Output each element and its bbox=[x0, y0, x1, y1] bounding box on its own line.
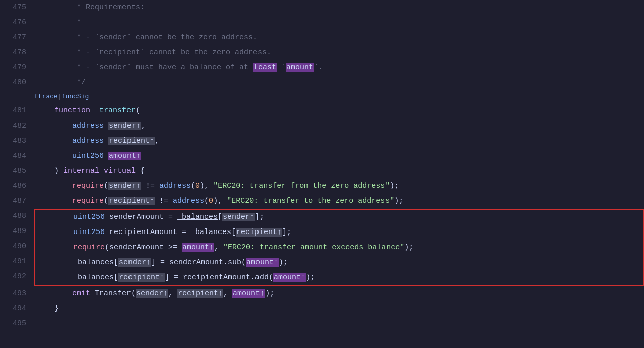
line-content-481: function _transfer( bbox=[34, 103, 644, 119]
line-484: 484 uint256 amount↑ bbox=[0, 149, 644, 164]
ftrace-text[interactable]: ftrace bbox=[34, 90, 58, 103]
line-number-493: 493 bbox=[0, 286, 34, 301]
line-content-491: _balances[sender↑] = senderAmount.sub(am… bbox=[35, 255, 643, 270]
line-487: 487 require(recipient↑ != address(0), "E… bbox=[0, 194, 644, 209]
funcsig-text[interactable]: funcSig bbox=[62, 90, 89, 103]
line-content-477: * - `sender` cannot be the zero address. bbox=[34, 30, 644, 45]
line-number-491: 491 bbox=[0, 254, 34, 269]
line-number-482: 482 bbox=[0, 119, 34, 134]
line-495: 495 bbox=[0, 316, 644, 331]
line-number-477: 477 bbox=[0, 30, 34, 45]
line-476: 476 * bbox=[0, 15, 644, 30]
line-number-480: 480 bbox=[0, 75, 34, 90]
line-486: 486 require(sender↑ != address(0), "ERC2… bbox=[0, 179, 644, 194]
line-number-479: 479 bbox=[0, 60, 34, 75]
code-editor: 475 * Requirements: 476 * 477 * - `sende… bbox=[0, 0, 644, 348]
line-480: 480 */ bbox=[0, 75, 644, 90]
line-content-480: */ bbox=[34, 75, 644, 90]
line-content-493: emit Transfer(sender↑, recipient↑, amoun… bbox=[34, 286, 644, 301]
line-number-486: 486 bbox=[0, 179, 34, 194]
line-number-484: 484 bbox=[0, 149, 34, 164]
line-number-495: 495 bbox=[0, 316, 34, 331]
line-477: 477 * - `sender` cannot be the zero addr… bbox=[0, 30, 644, 45]
line-number-487: 487 bbox=[0, 194, 34, 209]
line-number-478: 478 bbox=[0, 45, 34, 60]
line-475: 475 * Requirements: bbox=[0, 0, 644, 15]
line-content-490: require(senderAmount >= amount↑, "ERC20:… bbox=[35, 240, 643, 255]
line-483: 483 address recipient↑, bbox=[0, 134, 644, 149]
line-number-492: 492 bbox=[0, 269, 34, 284]
line-number-485: 485 bbox=[0, 164, 34, 179]
line-content-484: uint256 amount↑ bbox=[34, 149, 644, 164]
line-content-494: } bbox=[34, 301, 644, 316]
line-content-486: require(sender↑ != address(0), "ERC20: t… bbox=[34, 179, 644, 194]
line-content-485: ) internal virtual { bbox=[34, 164, 644, 179]
line-number-483: 483 bbox=[0, 134, 34, 149]
line-number-494: 494 bbox=[0, 301, 34, 316]
line-content-475: * Requirements: bbox=[34, 0, 644, 15]
line-485: 485 ) internal virtual { bbox=[0, 164, 644, 179]
line-content-476: * bbox=[34, 15, 644, 30]
line-478: 478 * - `recipient` cannot be the zero a… bbox=[0, 45, 644, 60]
line-number-488: 488 bbox=[0, 209, 34, 224]
line-content-489: uint256 recipientAmount = _balances[reci… bbox=[35, 225, 643, 240]
line-479: 479 * - `sender` must have a balance of … bbox=[0, 60, 644, 75]
line-482: 482 address sender↑, bbox=[0, 119, 644, 134]
line-number-481: 481 bbox=[0, 103, 34, 119]
line-content-478: * - `recipient` cannot be the zero addre… bbox=[34, 45, 644, 60]
line-number-489: 489 bbox=[0, 224, 34, 239]
line-content-495 bbox=[34, 316, 644, 331]
highlighted-block: 488 489 490 491 492 uint256 senderAmount… bbox=[0, 209, 644, 286]
line-content-482: address sender↑, bbox=[34, 119, 644, 134]
ftrace-line: ftrace | funcSig bbox=[0, 90, 644, 103]
line-494: 494 } bbox=[0, 301, 644, 316]
line-number-490: 490 bbox=[0, 239, 34, 254]
line-content-479: * - `sender` must have a balance of at l… bbox=[34, 60, 644, 75]
line-content-488: uint256 senderAmount = _balances[sender↑… bbox=[35, 210, 643, 225]
line-number-475: 475 bbox=[0, 0, 34, 15]
line-content-492: _balances[recipient↑] = recipientAmount.… bbox=[35, 270, 643, 285]
line-content-483: address recipient↑, bbox=[34, 134, 644, 149]
line-481: 481 function _transfer( bbox=[0, 103, 644, 119]
line-number-476: 476 bbox=[0, 15, 34, 30]
line-content-487: require(recipient↑ != address(0), "ERC20… bbox=[34, 194, 644, 209]
line-493: 493 emit Transfer(sender↑, recipient↑, a… bbox=[0, 286, 644, 301]
